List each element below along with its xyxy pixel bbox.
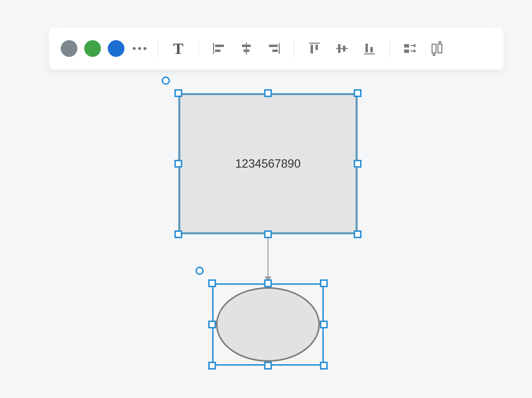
diagram-canvas[interactable]: 1234567890 [0,0,532,398]
rectangle-text[interactable]: 1234567890 [178,93,358,234]
resize-handle-e[interactable] [354,160,362,168]
rotate-handle[interactable] [195,267,204,275]
connector-line [267,235,268,277]
resize-handle-s[interactable] [264,230,272,238]
resize-handle-e[interactable] [320,321,328,328]
rotate-handle[interactable] [162,76,170,85]
resize-handle-ne[interactable] [354,89,362,97]
resize-handle-w[interactable] [174,160,182,168]
resize-handle-n[interactable] [264,89,272,97]
resize-handle-n[interactable] [264,279,272,287]
resize-handle-nw[interactable] [208,279,216,287]
resize-handle-ne[interactable] [320,279,328,287]
ellipse-fill [216,287,320,362]
shape-ellipse[interactable] [212,283,324,366]
resize-handle-nw[interactable] [174,89,182,97]
resize-handle-s[interactable] [264,362,272,370]
resize-handle-w[interactable] [208,321,216,328]
resize-handle-sw[interactable] [174,230,182,238]
resize-handle-sw[interactable] [208,362,216,370]
resize-handle-se[interactable] [320,362,328,370]
shape-rectangle[interactable]: 1234567890 [178,93,358,234]
connector-arrow[interactable] [266,235,270,284]
resize-handle-se[interactable] [354,230,362,238]
